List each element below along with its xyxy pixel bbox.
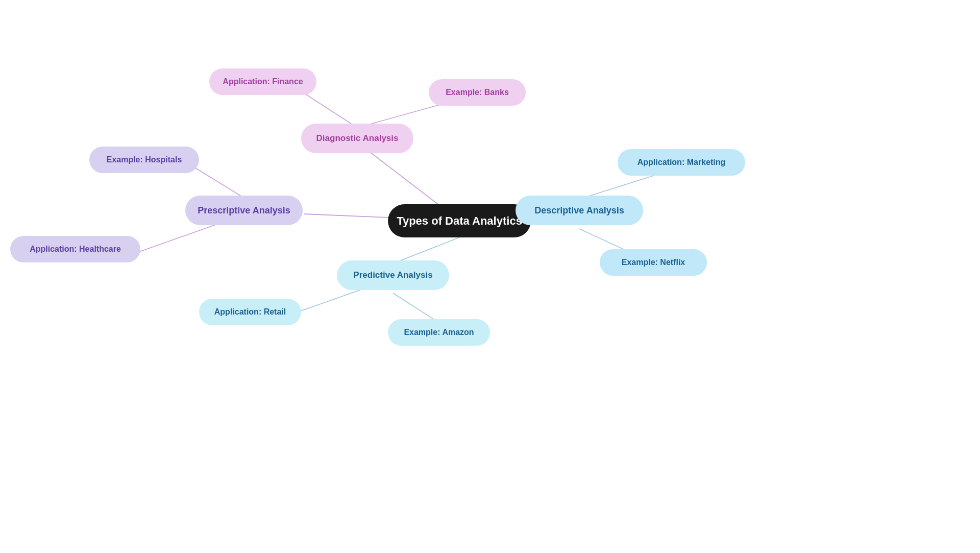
ex-netflix-node: Example: Netflix — [600, 249, 707, 276]
svg-line-8 — [393, 293, 437, 322]
app-retail-node: Application: Retail — [199, 299, 301, 325]
diagnostic-node: Diagnostic Analysis — [301, 124, 413, 153]
prescriptive-node: Prescriptive Analysis — [185, 196, 303, 225]
svg-line-6 — [393, 237, 459, 263]
ex-banks-node: Example: Banks — [429, 79, 526, 106]
app-finance-node: Application: Finance — [209, 68, 316, 95]
svg-line-4 — [189, 164, 246, 199]
app-healthcare-node: Application: Healthcare — [10, 236, 140, 262]
ex-amazon-node: Example: Amazon — [388, 319, 490, 346]
app-marketing-node: Application: Marketing — [618, 149, 745, 176]
descriptive-node: Descriptive Analysis — [516, 196, 643, 225]
ex-hospitals-node: Example: Hospitals — [89, 147, 199, 173]
center-node: Types of Data Analytics — [388, 204, 531, 237]
predictive-node: Predictive Analysis — [337, 260, 449, 290]
